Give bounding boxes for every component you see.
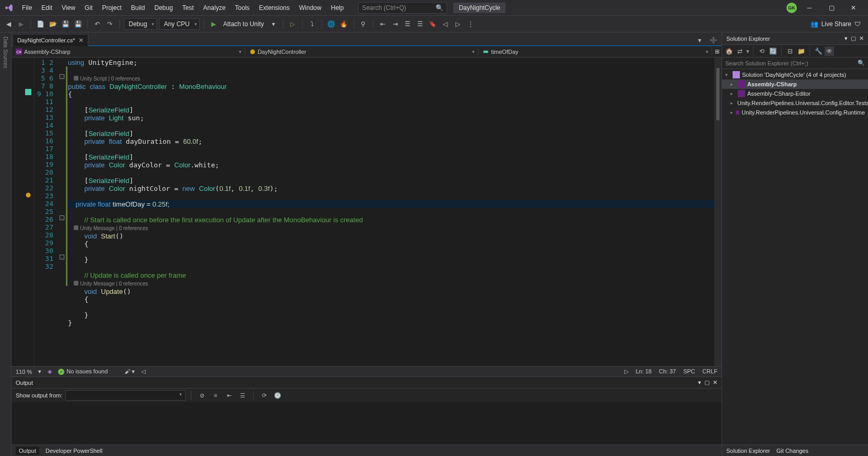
zoom-dropdown-icon[interactable]: ▾ xyxy=(38,368,41,375)
start-noattach-icon[interactable]: ▷ xyxy=(288,19,298,29)
minimize-button[interactable]: ─ xyxy=(800,1,819,15)
panel-close-icon[interactable]: ✕ xyxy=(859,35,864,42)
line-col-label[interactable]: Ln: 18 xyxy=(636,368,652,375)
output-close-icon[interactable]: ✕ xyxy=(713,379,717,386)
indent-icon[interactable]: ⇥ xyxy=(390,19,401,29)
expand-icon[interactable]: ▸ xyxy=(730,91,736,96)
lineend-label[interactable]: CRLF xyxy=(702,368,717,375)
output-dropdown-icon[interactable]: ▾ xyxy=(698,379,701,386)
output-source-dropdown[interactable] xyxy=(65,390,186,401)
output-clear-icon[interactable]: ⊘ xyxy=(197,390,207,401)
output-clock-icon[interactable]: 🕐 xyxy=(272,390,283,401)
switch-view-icon[interactable]: ⇄ xyxy=(735,47,745,56)
expand-icon[interactable]: ▸ xyxy=(730,100,733,106)
comment-icon[interactable]: ☰ xyxy=(403,19,413,29)
document-tab[interactable]: DayNightController.cs* ✕ xyxy=(13,34,88,46)
play-icon[interactable]: ▶ xyxy=(209,19,219,29)
menu-edit[interactable]: Edit xyxy=(37,2,56,14)
showall-icon[interactable]: 📁 xyxy=(796,47,806,56)
panel-pin-icon[interactable]: ▢ xyxy=(851,35,856,42)
lightbulb-icon[interactable] xyxy=(25,192,31,198)
health-icon[interactable]: ◈ xyxy=(48,368,52,375)
expand-icon[interactable]: ▾ xyxy=(725,72,730,77)
zoom-level[interactable]: 110 % xyxy=(16,369,32,375)
platform-dropdown[interactable]: Any CPU xyxy=(159,18,199,30)
refresh-icon[interactable]: 🔄 xyxy=(768,47,778,56)
code-content[interactable]: using UnityEngine; Unity Script | 0 refe… xyxy=(68,58,714,366)
outdent-icon[interactable]: ⇤ xyxy=(378,19,388,29)
nav-fwd-icon[interactable]: ▷ xyxy=(624,368,629,375)
tab-close-icon[interactable]: ✕ xyxy=(78,37,84,44)
config-dropdown[interactable]: Debug xyxy=(124,18,157,30)
attach-button[interactable]: Attach to Unity xyxy=(221,20,266,28)
hot-reload-icon[interactable]: 🔥 xyxy=(339,19,349,29)
project-node[interactable]: ▸ Assembly-CSharp xyxy=(722,79,868,89)
find-icon[interactable]: ⚲ xyxy=(358,19,369,29)
project-node[interactable]: ▸ Unity.RenderPipelines.Universal.Config… xyxy=(722,108,868,117)
footer-tab-solution[interactable]: Solution Explorer xyxy=(726,448,770,454)
menu-file[interactable]: File xyxy=(18,2,36,14)
menu-extensions[interactable]: Extensions xyxy=(255,2,294,14)
prev-icon[interactable]: ◁ xyxy=(440,19,451,29)
panel-dropdown-icon[interactable]: ▾ xyxy=(844,35,848,42)
split-editor-icon[interactable]: ⊞ xyxy=(712,48,722,55)
nav-project-dropdown[interactable]: C# Assembly-CSharp xyxy=(12,49,245,55)
save-all-icon[interactable]: 💾 xyxy=(73,19,83,29)
solution-search-input[interactable]: Search Solution Explorer (Ctrl+;) 🔍 xyxy=(722,58,868,69)
dropdown-icon[interactable]: ▾ xyxy=(268,19,279,29)
new-split-icon[interactable]: ➕ xyxy=(708,35,718,45)
codelens-unity-script[interactable]: Unity Script | 0 references xyxy=(80,76,140,82)
home-icon[interactable]: 🏠 xyxy=(724,47,734,56)
menu-test[interactable]: Test xyxy=(178,2,198,14)
menu-project[interactable]: Project xyxy=(98,2,125,14)
expand-icon[interactable]: ▸ xyxy=(730,82,736,87)
bottom-tab-powershell[interactable]: Developer PowerShell xyxy=(45,448,102,454)
solution-root-node[interactable]: ▾ Solution 'DayNightCycle' (4 of 4 proje… xyxy=(722,70,868,79)
nav-back-icon[interactable]: ◁ xyxy=(141,368,145,375)
output-toggle-icon[interactable]: ☰ xyxy=(237,390,248,401)
solution-name-chip[interactable]: DayNightCycle xyxy=(453,3,505,13)
forward-icon[interactable]: ▶ xyxy=(16,19,26,29)
save-icon[interactable]: 💾 xyxy=(60,19,71,29)
menu-window[interactable]: Window xyxy=(295,2,326,14)
step-icon[interactable]: ⤵ xyxy=(307,19,317,29)
bookmark-icon[interactable]: 🔖 xyxy=(428,19,438,29)
new-icon[interactable]: 📄 xyxy=(35,19,45,29)
fold-toggle[interactable]: - xyxy=(60,255,64,259)
back-icon[interactable]: ◀ xyxy=(3,19,14,29)
admin-icon[interactable]: 🛡 xyxy=(854,20,861,28)
footer-tab-gitchanges[interactable]: Git Changes xyxy=(776,448,808,454)
more-icon[interactable]: ⋮ xyxy=(465,19,476,29)
nav-member-dropdown[interactable]: timeOfDay xyxy=(478,49,712,55)
project-node[interactable]: ▸ Unity.RenderPipelines.Universal.Config… xyxy=(722,98,868,108)
char-label[interactable]: Ch: 37 xyxy=(659,368,676,375)
data-sources-tab[interactable]: Data Sources xyxy=(3,37,8,69)
fold-toggle[interactable]: - xyxy=(60,74,64,79)
tab-dropdown-icon[interactable]: ▾ xyxy=(694,35,705,45)
codelens-unity-msg[interactable]: Unity Message | 0 references xyxy=(80,225,148,231)
solution-tree[interactable]: ▾ Solution 'DayNightCycle' (4 of 4 proje… xyxy=(722,69,868,444)
output-body[interactable] xyxy=(12,402,722,444)
nav-class-dropdown[interactable]: DayNightController xyxy=(245,49,479,55)
fold-toggle[interactable]: - xyxy=(60,215,64,220)
output-indent-icon[interactable]: ⇤ xyxy=(224,390,234,401)
menu-tools[interactable]: Tools xyxy=(231,2,254,14)
user-avatar[interactable]: GK xyxy=(786,3,797,13)
codelens-unity-msg2[interactable]: Unity Message | 0 references xyxy=(80,281,148,287)
preview-icon[interactable]: 👁 xyxy=(825,47,834,56)
output-pin-icon[interactable]: ▢ xyxy=(704,379,710,386)
output-autowrap-icon[interactable]: ≡ xyxy=(210,390,221,401)
project-node[interactable]: ▸ Assembly-CSharp-Editor xyxy=(722,89,868,98)
menu-git[interactable]: Git xyxy=(81,2,97,14)
collapse-icon[interactable]: ⊟ xyxy=(785,47,795,56)
bottom-tab-output[interactable]: Output xyxy=(16,447,39,455)
menu-analyze[interactable]: Analyze xyxy=(199,2,230,14)
undo-icon[interactable]: ↶ xyxy=(92,19,102,29)
maximize-button[interactable]: ▢ xyxy=(822,1,841,15)
indent-label[interactable]: SPC xyxy=(683,368,695,375)
next-icon[interactable]: ▷ xyxy=(453,19,463,29)
output-refresh-icon[interactable]: ⟳ xyxy=(259,390,269,401)
code-editor[interactable]: 1 2 3 4 5 6 7 8 9 10 11 12 13 14 15 16 1… xyxy=(12,58,722,366)
expand-icon[interactable]: ▸ xyxy=(730,110,734,115)
menu-view[interactable]: View xyxy=(58,2,79,14)
